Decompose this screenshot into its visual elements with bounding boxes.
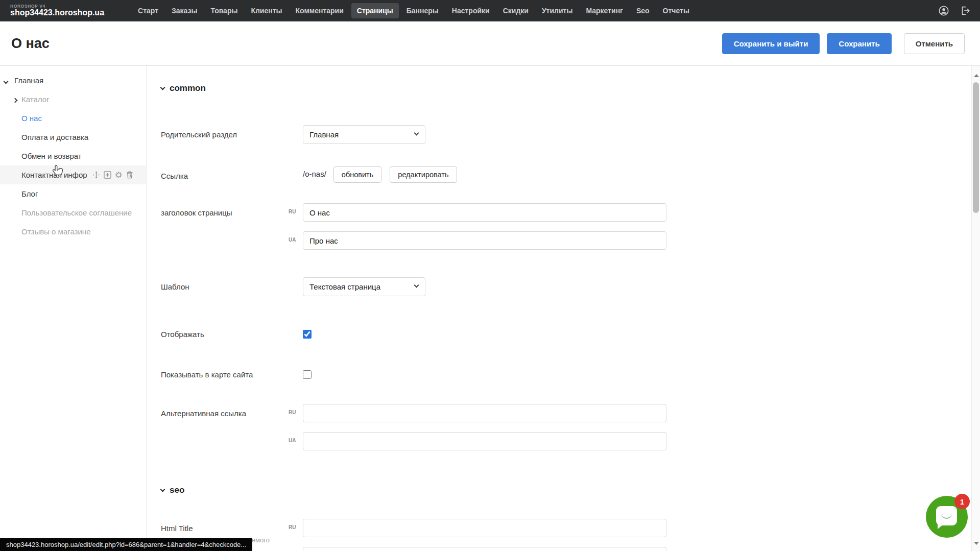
link-path: /o-nas/	[303, 166, 326, 178]
brand-domain: shop34423.horoshop.ua	[10, 9, 104, 17]
sitemap-label: Показывать в карте сайта	[161, 365, 289, 380]
pages-tree-sidebar: Главная Каталог О нас Оплата и доставка …	[0, 66, 147, 551]
parent-section-label: Родительский раздел	[161, 125, 289, 140]
delete-icon[interactable]	[126, 171, 133, 179]
chevron-down-icon[interactable]	[4, 76, 14, 85]
tree-item-glavnaya[interactable]: Главная	[0, 71, 146, 90]
nav-comments[interactable]: Комментарии	[290, 3, 349, 18]
template-select[interactable]: Текстовая страница	[303, 277, 425, 296]
parent-section-select[interactable]: Главная	[303, 125, 425, 144]
lang-tag-ua: UA	[289, 231, 303, 243]
page-title-label: заголовок страницы	[161, 203, 289, 218]
gear-icon[interactable]	[115, 171, 123, 179]
chat-unread-badge: 1	[954, 494, 970, 509]
tree-item-blog[interactable]: Блог	[0, 184, 146, 203]
nav-marketing[interactable]: Маркетинг	[580, 3, 629, 18]
section-seo-header[interactable]: seo	[161, 485, 971, 495]
scroll-down-arrow-icon[interactable]	[974, 542, 979, 545]
logout-icon[interactable]	[960, 5, 971, 16]
nav-start[interactable]: Старт	[132, 3, 164, 18]
vertical-scrollbar[interactable]	[971, 66, 980, 551]
link-update-button[interactable]: обновить	[333, 166, 381, 183]
html-title-ru-input[interactable]	[303, 519, 666, 537]
add-icon[interactable]	[104, 171, 111, 179]
nav-settings[interactable]: Настройки	[446, 3, 495, 18]
page-title: О нас	[11, 36, 50, 52]
html-title-label: Html Title	[161, 523, 289, 534]
nav-reports[interactable]: Отчеты	[657, 3, 695, 18]
account-icon[interactable]	[938, 5, 949, 16]
scroll-up-arrow-icon[interactable]	[974, 74, 979, 77]
topbar: HOROSHOP V4 shop34423.horoshop.ua Старт …	[0, 0, 980, 21]
chat-widget-button[interactable]: 1	[926, 496, 968, 538]
nav-seo[interactable]: Seo	[631, 3, 655, 18]
lang-tag-ua: UA	[289, 547, 303, 551]
topbar-right	[938, 5, 971, 16]
header-actions: Сохранить и выйти Сохранить Отменить	[722, 33, 965, 54]
cancel-button[interactable]: Отменить	[904, 33, 965, 54]
tree-item-katalog[interactable]: Каталог	[0, 90, 146, 109]
nav-banners[interactable]: Баннеры	[401, 3, 444, 18]
chevron-down-icon	[414, 131, 419, 136]
template-label: Шаблон	[161, 277, 289, 292]
nav-orders[interactable]: Заказы	[166, 3, 203, 18]
lang-tag-ru: RU	[289, 519, 303, 530]
page-title-ua-input[interactable]	[303, 231, 666, 250]
tree-item-polzovatelskoe[interactable]: Пользовательское соглашение	[0, 203, 146, 222]
chevron-down-icon	[160, 487, 165, 492]
tree-item-kontaktnaya[interactable]: Контактная инфор	[0, 165, 146, 184]
chevron-down-icon	[160, 85, 165, 90]
nav-discounts[interactable]: Скидки	[497, 3, 534, 18]
nav-utilities[interactable]: Утилиты	[536, 3, 578, 18]
content-area: Главная Каталог О нас Оплата и доставка …	[0, 66, 971, 551]
link-label: Ссылка	[161, 166, 289, 181]
page-title-ru-input[interactable]	[303, 203, 666, 222]
brand-logo[interactable]: HOROSHOP V4 shop34423.horoshop.ua	[10, 4, 104, 17]
display-checkbox[interactable]	[303, 330, 312, 339]
chevron-right-icon[interactable]	[13, 95, 21, 104]
alt-link-ru-input[interactable]	[303, 404, 666, 422]
save-button[interactable]: Сохранить	[827, 33, 891, 54]
display-label: Отображать	[161, 325, 289, 340]
save-exit-button[interactable]: Сохранить и выйти	[722, 33, 820, 54]
link-edit-button[interactable]: редактировать	[390, 166, 457, 183]
html-title-ua-input[interactable]	[303, 547, 666, 551]
tree-item-actions	[92, 171, 133, 179]
tree-item-otzyvy[interactable]: Отзывы о магазине	[0, 222, 146, 241]
lang-tag-ru: RU	[289, 404, 303, 415]
scrollbar-thumb[interactable]	[973, 82, 979, 213]
chevron-down-icon	[414, 283, 419, 288]
tree-item-oplata[interactable]: Оплата и доставка	[0, 128, 146, 147]
lang-tag-ru: RU	[289, 203, 303, 214]
lang-tag-ua: UA	[289, 432, 303, 443]
page-header: О нас Сохранить и выйти Сохранить Отмени…	[0, 21, 980, 66]
alt-link-label: Альтернативная ссылка	[161, 404, 289, 419]
status-url-bar: shop34423.horoshop.ua/edit/edit.php?id=6…	[0, 538, 252, 551]
tree-item-o-nas[interactable]: О нас	[0, 109, 146, 128]
move-icon[interactable]	[92, 171, 100, 179]
alt-link-ua-input[interactable]	[303, 432, 666, 450]
nav-products[interactable]: Товары	[205, 3, 243, 18]
chat-bubble-icon	[936, 506, 957, 525]
tree-item-obmen[interactable]: Обмен и возврат	[0, 147, 146, 165]
nav-pages[interactable]: Страницы	[351, 3, 399, 18]
page-edit-form: common Родительский раздел Главная Ссылк…	[147, 66, 971, 551]
main-nav: Старт Заказы Товары Клиенты Комментарии …	[132, 3, 695, 18]
section-common-header[interactable]: common	[161, 83, 971, 93]
nav-clients[interactable]: Клиенты	[245, 3, 288, 18]
sitemap-checkbox[interactable]	[303, 370, 312, 379]
